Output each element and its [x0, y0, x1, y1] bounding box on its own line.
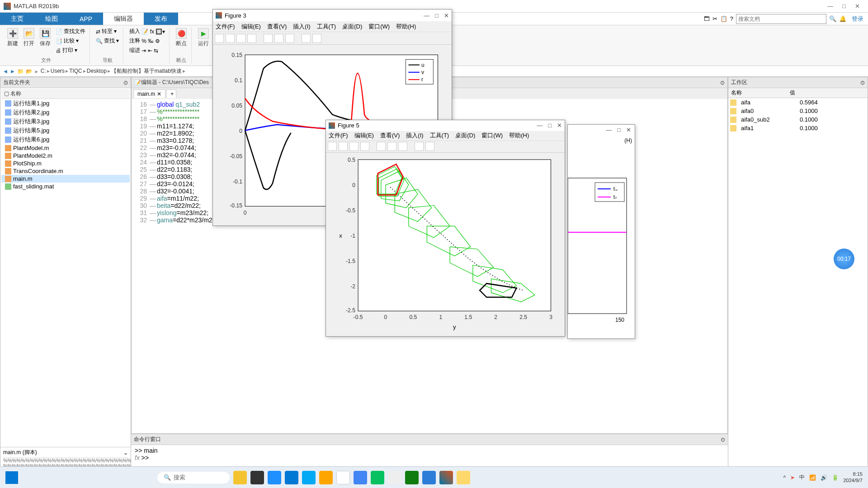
login-link[interactable]: 登录: [852, 15, 863, 23]
figure-menu-item[interactable]: 查看(V): [380, 131, 400, 140]
pointer-icon[interactable]: [302, 34, 311, 43]
search-icon[interactable]: 🔍: [829, 15, 836, 22]
workspace-var-row[interactable]: aifa0.5964: [728, 98, 868, 107]
editor-panel-menu-icon[interactable]: ⊙: [720, 80, 725, 86]
help-icon[interactable]: ?: [730, 15, 733, 22]
file-item[interactable]: 运行结果6.jpg: [1, 135, 130, 144]
save-figure-icon[interactable]: [236, 34, 245, 43]
taskbar-search[interactable]: 🔍 搜索: [157, 472, 230, 483]
taskbar-matlab-icon[interactable]: [439, 471, 453, 484]
figure3-minimize-button[interactable]: —: [424, 12, 429, 19]
figure-menu-item[interactable]: 窗口(W): [368, 23, 390, 31]
breakpoint-button[interactable]: 🔴断点: [174, 27, 189, 48]
save-figure-icon[interactable]: [349, 142, 359, 151]
workspace-name-header[interactable]: 名称: [728, 88, 787, 98]
tab-plot[interactable]: 绘图: [34, 13, 69, 25]
figure-menu-item[interactable]: 插入(I): [406, 131, 423, 140]
breadcrumb-item[interactable]: 【船舶控制】基于matlab快速: [111, 68, 182, 74]
partial-minimize-button[interactable]: —: [606, 127, 612, 135]
taskbar-app-icon[interactable]: [354, 471, 367, 484]
run-button[interactable]: ▶运行: [196, 27, 211, 48]
figure-menu-item[interactable]: 帮助(H): [396, 23, 416, 31]
editor-tab-main[interactable]: main.m ✕: [133, 89, 165, 98]
maximize-button[interactable]: □: [842, 3, 846, 9]
figure-menu-item[interactable]: 文件(F): [216, 23, 235, 31]
file-item[interactable]: fast_sliding.mat: [1, 183, 130, 190]
tray-battery-icon[interactable]: 🔋: [832, 474, 839, 481]
new-figure-icon[interactable]: [328, 142, 337, 151]
find-files-button[interactable]: 📄 查找文件: [54, 27, 87, 36]
pointer-icon[interactable]: [415, 142, 424, 151]
file-item[interactable]: 运行结果3.jpg: [1, 117, 130, 126]
workspace-menu-icon[interactable]: ⊙: [860, 80, 865, 86]
figure3-maximize-button[interactable]: □: [435, 12, 439, 19]
tab-close-icon[interactable]: ✕: [157, 91, 161, 97]
find-button[interactable]: 🔍 查找 ▾: [94, 37, 120, 45]
figure5-window[interactable]: Figure 5 — □ ✕ 文件(F)编辑(E)查看(V)插入(I)工具(T)…: [326, 120, 565, 337]
toolstrip-icon[interactable]: 🗔: [704, 15, 710, 22]
partial-maximize-button[interactable]: □: [617, 127, 621, 135]
taskbar-excel-icon[interactable]: [405, 471, 419, 484]
new-figure-icon[interactable]: [215, 34, 224, 43]
taskbar-edge2-icon[interactable]: [285, 471, 298, 484]
insert-button[interactable]: 插入 📝 fx 🔲▾: [128, 27, 166, 36]
taskbar-explorer-icon[interactable]: [457, 471, 470, 484]
figure-menu-item[interactable]: 文件(F): [329, 131, 348, 140]
taskbar-app-icon[interactable]: [233, 471, 247, 484]
colorbar-icon[interactable]: [274, 34, 283, 43]
save-button[interactable]: 💾保存: [38, 27, 52, 48]
doc-search-input[interactable]: [736, 14, 826, 24]
open-button[interactable]: 📂打开: [22, 27, 36, 48]
workspace-var-row[interactable]: aifa00.1000: [728, 107, 868, 115]
figure-menu-item[interactable]: 编辑(E): [241, 23, 261, 31]
start-button[interactable]: [5, 471, 18, 484]
taskbar-app-icon[interactable]: [422, 471, 436, 484]
file-item[interactable]: PlantModel.m: [1, 144, 130, 152]
comment-button[interactable]: 注释 % ‰ ⚙: [128, 37, 166, 45]
tab-home[interactable]: 主页: [0, 13, 34, 25]
print-button[interactable]: 🖨 打印 ▾: [54, 46, 87, 55]
open-figure-icon[interactable]: [339, 142, 348, 151]
tab-app[interactable]: APP: [69, 13, 103, 25]
taskbar-snip-icon[interactable]: [388, 471, 401, 484]
details-dropdown-icon[interactable]: ⌄: [123, 450, 128, 456]
taskbar-edge-icon[interactable]: [268, 471, 281, 484]
folder-icon[interactable]: 📂: [26, 68, 33, 75]
notification-icon[interactable]: 🔔: [839, 15, 846, 22]
figure-menu-item[interactable]: 窗口(W): [481, 131, 503, 140]
link-icon[interactable]: [264, 34, 273, 43]
cut-icon[interactable]: ✂: [712, 15, 717, 22]
goto-button[interactable]: ⇄ 转至 ▾: [94, 27, 120, 36]
taskbar-chrome-icon[interactable]: [336, 471, 350, 484]
forward-arrow-icon[interactable]: ►: [10, 68, 15, 75]
tray-volume-icon[interactable]: 🔊: [821, 474, 827, 481]
file-name-header[interactable]: ▢ 名称: [1, 89, 130, 99]
print-figure-icon[interactable]: [360, 142, 369, 151]
minimize-button[interactable]: —: [827, 3, 833, 9]
tray-wifi-icon[interactable]: 📶: [809, 474, 816, 481]
figure-menu-item[interactable]: 帮助(H): [509, 131, 529, 140]
taskbar-browser-icon[interactable]: [302, 471, 316, 484]
compare-button[interactable]: 📑 比较 ▾: [54, 37, 87, 45]
file-item[interactable]: TransCoordinate.m: [1, 167, 130, 175]
tray-lang-icon[interactable]: 中: [799, 474, 805, 481]
back-arrow-icon[interactable]: ◄: [3, 68, 8, 75]
taskbar-wechat-icon[interactable]: [371, 471, 384, 484]
indent-button[interactable]: 缩进 ⇥ ⇤ ⇆: [128, 46, 166, 55]
tab-editor[interactable]: 编辑器: [103, 13, 144, 25]
file-item[interactable]: main.m: [1, 175, 130, 183]
new-tab-button[interactable]: +: [166, 89, 176, 98]
copy-icon[interactable]: 📋: [720, 15, 727, 22]
datatip-icon[interactable]: [425, 142, 434, 151]
figure3-close-button[interactable]: ✕: [444, 12, 449, 19]
workspace-value-header[interactable]: 值: [787, 88, 868, 98]
taskbar-app-icon[interactable]: [250, 471, 264, 484]
figure-menu-item[interactable]: 桌面(D): [342, 23, 362, 31]
figure-menu-item[interactable]: 插入(I): [293, 23, 310, 31]
taskbar-browser2-icon[interactable]: [319, 471, 333, 484]
figure-menu-item[interactable]: 桌面(D): [455, 131, 475, 140]
legend-icon[interactable]: [285, 34, 294, 43]
figure5-close-button[interactable]: ✕: [557, 122, 562, 129]
breadcrumb-item[interactable]: Desktop: [87, 68, 107, 74]
figure-menu-item[interactable]: 工具(T): [430, 131, 449, 140]
